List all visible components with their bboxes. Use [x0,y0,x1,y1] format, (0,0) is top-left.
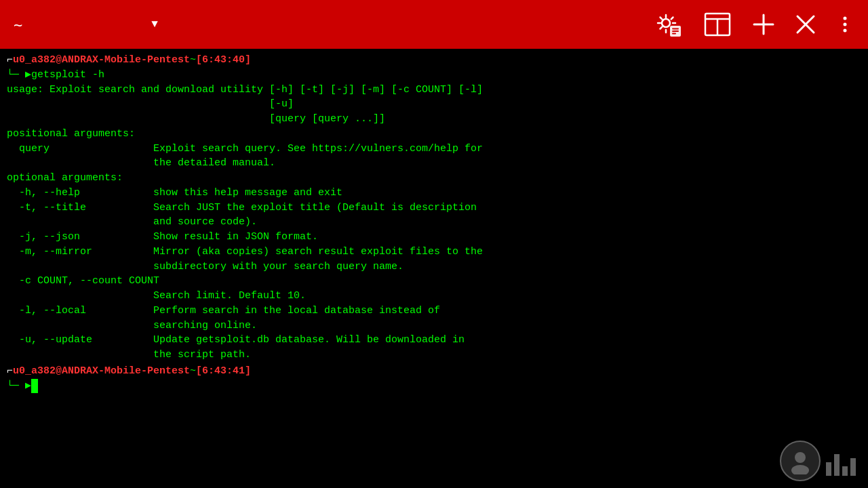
cursor-line[interactable]: └─ ▶ [7,379,861,394]
output-line-1: [-u] [7,97,861,112]
tab-title: ~ [14,16,22,33]
svg-point-12 [844,17,847,20]
output-line-4: positional arguments: [7,127,861,142]
prompt-line-2: ⌐ u0_a382@ANDRAX-Mobile-Pentest ~ [6:43:… [7,364,861,379]
output-line-10: -t, --title Search JUST the exploit titl… [7,201,861,216]
output-line-2: [query [query ...]] [7,112,861,127]
cursor-block [31,379,38,394]
timestamp-2: [6:43:41] [196,364,251,379]
timestamp-1: [6:43:40] [196,53,251,68]
bracket-tl-2: ⌐ [7,364,13,379]
output-line-18: searching online. [7,319,861,333]
svg-rect-4 [672,33,676,35]
command-text: getsploit -h [31,68,104,83]
output-line-20: the script path. [7,348,861,363]
more-menu-icon[interactable] [835,15,854,34]
output-line-15: -c COUNT, --count COUNT [7,274,861,289]
output-line-13: -m, --mirror Mirror (aka copies) search … [7,245,861,260]
output-line-12: -j, --json Show result in JSON format. [7,230,861,245]
bar-1 [826,462,831,476]
bracket-tl-1: ⌐ [7,53,13,68]
bar-2 [834,454,840,476]
settings-gear-icon[interactable] [654,9,684,39]
user-host-2: u0_a382@ANDRAX-Mobile-Pentest [13,364,190,379]
close-icon[interactable] [795,14,816,35]
output-line-9: -h, --help show this help message and ex… [7,186,861,201]
bar-3 [842,466,848,476]
prompt-arrow-1: └─ ▶ [7,68,31,83]
svg-point-16 [791,465,809,474]
bar-4 [850,458,856,476]
terminal: ⌐ u0_a382@ANDRAX-Mobile-Pentest ~ [6:43:… [0,49,868,488]
output-line-6: the detailed manual. [7,156,861,171]
bottom-overlay [780,441,861,481]
dropdown-arrow-icon[interactable]: ▼ [151,18,158,30]
command-line: └─ ▶ getsploit -h [7,68,861,83]
window-layout-icon[interactable] [703,9,732,39]
separator-1: ~ [190,53,196,68]
output-line-8: optional arguments: [7,171,861,186]
output-line-11: and source code). [7,215,861,230]
prompt-arrow-2: └─ ▶ [7,379,31,394]
topbar: ~ ▼ [0,0,868,49]
output-line-0: usage: Exploit search and download utili… [7,83,861,98]
svg-rect-3 [672,30,679,32]
output-line-5: query Exploit search query. See https://… [7,142,861,157]
output-line-19: -u, --update Update getsploit.db databas… [7,333,861,348]
topbar-right [654,9,854,39]
bar-chart-icon [821,441,861,481]
svg-rect-2 [672,28,679,30]
prompt-line-1: ⌐ u0_a382@ANDRAX-Mobile-Pentest ~ [6:43:… [7,53,861,68]
topbar-left: ~ ▼ [14,16,158,33]
add-tab-icon[interactable] [751,12,776,37]
svg-point-0 [662,19,670,27]
output-line-17: -l, --local Perform search in the local … [7,304,861,319]
output-line-16: Search limit. Default 10. [7,289,861,304]
avatar-icon [780,441,821,481]
svg-point-13 [844,23,847,26]
svg-point-15 [795,452,806,463]
output-line-14: subdirectory with your search query name… [7,260,861,274]
user-host-1: u0_a382@ANDRAX-Mobile-Pentest [13,53,190,68]
svg-point-14 [844,29,847,33]
separator-2: ~ [190,364,196,379]
